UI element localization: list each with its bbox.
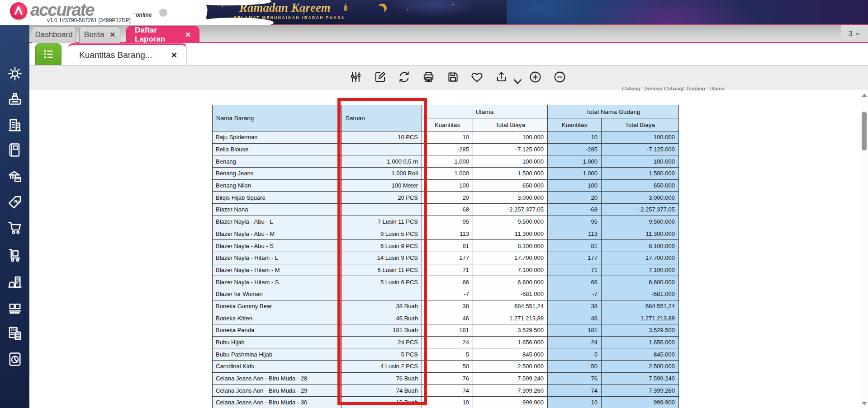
table-row[interactable]: Blazer Nana-68-2.257.377,05-68-2.257.377… — [213, 204, 679, 216]
cell-utama-kuantitas: 113 — [422, 228, 473, 240]
sidebar-item-cash-register[interactable] — [7, 91, 23, 108]
report-menu-button[interactable] — [35, 43, 62, 65]
close-icon[interactable]: ✕ — [171, 51, 177, 60]
toolbar-filter-sliders-button[interactable] — [349, 70, 362, 85]
cell-utama-kuantitas: 74 — [422, 385, 473, 397]
cell-nama-barang: Blazer Nayla - Abu - S — [213, 240, 342, 252]
toolbar-zoom-out-button[interactable] — [553, 70, 566, 85]
sidebar-item-tax[interactable]: TAX — [7, 325, 23, 342]
tax-icon: TAX — [7, 335, 23, 343]
sidebar-item-sales-tag-rp[interactable]: Rp — [7, 194, 23, 211]
table-row[interactable]: Baju Spiderman10 PCS10100.00010100.000 — [213, 131, 679, 144]
cell-utama-kuantitas: 5 — [422, 348, 473, 361]
table-row[interactable]: Blazer Nayla - Abu - S6 Lusin 9 PCS818.1… — [213, 240, 679, 252]
cell-satuan: 24 PCS — [342, 336, 422, 348]
toolbar-export-button[interactable] — [495, 70, 518, 85]
table-row[interactable]: Blazer Nayla - Abu - M9 Lusin 5 PCS11311… — [213, 228, 679, 240]
cell-gudang-kuantitas: 76 — [548, 372, 602, 385]
toolbar-edit-button[interactable] — [374, 70, 387, 85]
table-row[interactable]: Boneka Gummy Bear38 Buah38684.551,243868… — [213, 300, 679, 312]
company-building-icon — [7, 127, 23, 135]
sidebar-item-settings-gear[interactable] — [7, 66, 23, 82]
sidebar-item-journal-book[interactable] — [7, 142, 23, 158]
scroll-down-arrow-icon[interactable] — [862, 402, 867, 405]
table-row[interactable]: Celana Jeans Aon - Biru Muda - 2876 Buah… — [213, 372, 679, 385]
toolbar-print-button[interactable] — [422, 70, 435, 85]
table-row[interactable]: Bilqis Hijab Square20 PCS203.000.000203.… — [213, 192, 679, 204]
svg-text:TAX: TAX — [11, 328, 17, 331]
table-row[interactable]: Celana Jeans Aon - Biru Muda - 2974 Buah… — [213, 385, 679, 397]
cell-utama-total-biaya: 845.000 — [473, 348, 548, 361]
col-header-satuan: Satuan — [342, 105, 422, 131]
table-row[interactable]: Benang Jeans1.000 Roll1.0001.500.0001.00… — [213, 168, 679, 180]
table-row[interactable]: Benang Nilon100 Meter100650.000100650.00… — [213, 179, 679, 192]
table-row[interactable]: Blazer Nayla - Abu - L7 Lusin 11 PCS959.… — [213, 216, 679, 228]
main-tab-dashboard[interactable]: Dashboard — [32, 26, 76, 43]
toolbar-favorite-heart-button[interactable] — [470, 70, 484, 85]
toolbar-save-button[interactable] — [446, 70, 460, 85]
table-row[interactable]: Blazer Nayla - Hitam - L14 Lusin 9 PCS17… — [213, 252, 679, 264]
cell-nama-barang: Blazer Nayla - Hitam - L — [213, 252, 342, 264]
cell-nama-barang: Boneka Panda — [213, 324, 342, 337]
report-table: Nama BarangSatuanUtamaTotal Nama GudangK… — [212, 105, 679, 408]
cell-gudang-kuantitas: 100 — [548, 179, 602, 192]
table-row[interactable]: Blazer Nayla - Hitam - S5 Lusin 6 PCS666… — [213, 276, 679, 288]
cell-satuan: 20 PCS — [342, 192, 422, 204]
cell-nama-barang: Bella Blouse — [213, 143, 342, 155]
cell-gudang-total-biaya: 3.000.000 — [602, 192, 679, 204]
cell-satuan: 14 Lusin 9 PCS — [342, 252, 422, 264]
cell-gudang-total-biaya: 845.000 — [602, 348, 679, 361]
sidebar-item-inventory-trolley[interactable] — [7, 247, 23, 263]
table-row[interactable]: Bubu Pashmina Hijab5 PCS5845.0005845.000 — [213, 348, 679, 361]
cell-utama-kuantitas: 46 — [422, 312, 473, 324]
scrollbar-thumb[interactable] — [862, 112, 867, 150]
table-row[interactable]: Carndinal Kids4 Lusin 2 PCS502.500.00050… — [213, 361, 679, 373]
cell-satuan: 74 Buah — [342, 385, 422, 397]
table-row[interactable]: Blazer Nayla - Hitam - M5 Lusin 11 PCS71… — [213, 264, 679, 276]
toolbar-zoom-in-button[interactable] — [529, 70, 542, 85]
toolbar-refresh-button[interactable] — [398, 70, 411, 85]
sub-header-utama-total-biaya: Total Biaya — [473, 118, 548, 131]
sidebar-item-banking[interactable] — [7, 169, 23, 185]
main-tab-berita[interactable]: Berita✕ — [79, 26, 120, 43]
cell-utama-kuantitas: -285 — [422, 143, 473, 155]
cell-gudang-kuantitas: 1.000 — [548, 155, 602, 168]
chevron-down-icon[interactable] — [511, 75, 518, 81]
export-icon — [495, 70, 508, 85]
close-icon[interactable]: ✕ — [185, 31, 191, 39]
main-tab-daftar-laporan[interactable]: Daftar Laporan✕ — [126, 26, 199, 43]
cell-nama-barang: Blazer Nayla - Abu - M — [213, 228, 342, 240]
tab-overflow-dropdown[interactable]: 3 — [841, 25, 868, 42]
cell-satuan: 7 Lusin 11 PCS — [342, 216, 422, 228]
table-row[interactable]: Bubu Hijab24 PCS241.656.000241.656.000 — [213, 336, 679, 348]
table-row[interactable]: Bella Blouse-285-7.125.000-285-7.125.000 — [213, 143, 679, 155]
app-window: Ramadan Kareem SELAMAT MENUNAIKAN IBADAH… — [0, 0, 868, 408]
accurate-logo-icon[interactable] — [10, 2, 27, 19]
cell-utama-kuantitas: 24 — [422, 336, 473, 348]
report-tab-kuantitas-barang[interactable]: Kuantitas Barang... ✕ — [68, 43, 187, 65]
close-icon[interactable]: ✕ — [109, 31, 115, 39]
cell-gudang-total-biaya: -2.257.377,05 — [602, 204, 679, 216]
cell-utama-total-biaya: -2.257.377,05 — [473, 204, 548, 216]
cell-gudang-kuantitas: 113 — [548, 228, 602, 240]
sidebar-item-fixed-asset[interactable] — [7, 274, 23, 291]
sidebar-item-purchase-cart[interactable] — [7, 219, 23, 235]
table-row[interactable]: Boneka Kitten46 Buah461.271.213,89461.27… — [213, 312, 679, 324]
sidebar-item-manufacture-conveyor[interactable] — [7, 300, 23, 317]
sidebar-item-report-chart[interactable] — [7, 351, 23, 367]
group-header-utama: Utama — [422, 105, 548, 118]
cell-nama-barang: Blazer Nayla - Hitam - S — [213, 276, 342, 288]
vertical-scrollbar[interactable] — [860, 90, 868, 408]
table-row[interactable]: Boneka Panda181 Buah1813.529.5001813.529… — [213, 324, 679, 337]
table-row[interactable]: Celana Jeans Aon - Biru Muda - 3010 Buah… — [213, 397, 679, 408]
sidebar-item-company-building[interactable] — [7, 117, 23, 133]
table-row[interactable]: Benang1.000 0,5 m1.000100.0001.000100.00… — [213, 155, 679, 168]
cell-satuan: 100 Meter — [342, 179, 422, 192]
scroll-up-arrow-icon[interactable] — [862, 94, 867, 97]
cell-satuan: 5 PCS — [342, 348, 422, 361]
settings-gear-icon — [7, 75, 23, 83]
cell-utama-total-biaya: 100.000 — [473, 155, 548, 168]
cell-gudang-kuantitas: 10 — [548, 131, 602, 144]
table-row[interactable]: Blazer for Woman-7-581.000-7-581.000 — [213, 288, 679, 300]
cell-utama-total-biaya: 7.399.260 — [473, 385, 548, 397]
